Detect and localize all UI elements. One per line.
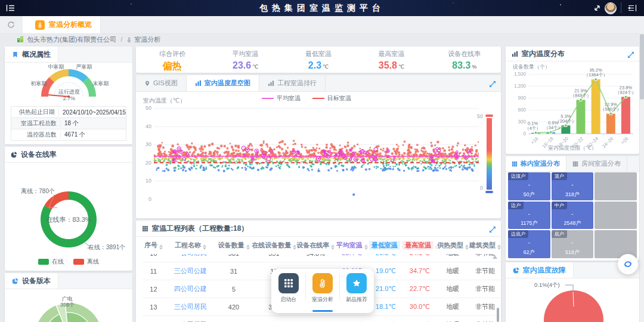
- y-tick: 40: [136, 123, 151, 129]
- cell: 22.7℃: [402, 285, 436, 293]
- info-label: 温控器总数: [11, 131, 61, 139]
- legend-swatch: [312, 98, 324, 99]
- gradient-max-label: 50: [467, 113, 483, 119]
- grid-cell-edge-bottom[interactable]: 边底户-62户: [508, 230, 550, 258]
- scroll-up-arrow[interactable]: [493, 255, 497, 259]
- cell: 420: [216, 304, 252, 311]
- y-tick: 30: [136, 141, 151, 147]
- table-column-header[interactable]: 建筑类型: [469, 241, 501, 250]
- project-link[interactable]: 三公司公建: [165, 267, 216, 275]
- temp-fault-title: 室内温度故障: [523, 265, 566, 275]
- table-column-header[interactable]: 设备在线率: [296, 241, 336, 250]
- table-column-header[interactable]: 平均室温: [335, 241, 369, 250]
- legend-item[interactable]: 目标室温: [312, 94, 351, 103]
- gradient-handle-top[interactable]: [485, 114, 493, 117]
- table-column-header[interactable]: 最低室温: [369, 241, 403, 250]
- avatar[interactable]: [605, 2, 617, 14]
- breadcrumb-company[interactable]: 包头市热力(集团)有限责任公司: [27, 35, 116, 44]
- project-link[interactable]: 三公司居民: [165, 302, 216, 311]
- stat-min-temp: 最低室温 2.3℃: [282, 47, 355, 73]
- info-label: 供热起止日期: [11, 108, 59, 116]
- table-column-header[interactable]: 最高室温: [402, 241, 436, 250]
- stat-overall-rating: 综合评价 偏热: [136, 47, 209, 73]
- grid-cell-edge-top[interactable]: 边顶户-50户: [508, 172, 550, 200]
- tab-gis-view[interactable]: GIS视图: [136, 75, 187, 91]
- legend-swatch: [38, 259, 49, 265]
- distribution-bar-canvas: [508, 68, 637, 151]
- sort-icon: [465, 244, 469, 250]
- table-column-header[interactable]: 工程名称: [165, 241, 216, 250]
- tab-project-ranking[interactable]: 工程室温排行: [259, 75, 326, 91]
- tab-star-map[interactable]: 室内温度星空图: [187, 75, 259, 91]
- heating-period-gauge: 初寒期 中寒期 严寒期 末寒期 运行进度 2.7%: [5, 62, 132, 105]
- table-scrollbar-thumb[interactable]: [497, 308, 499, 322]
- table-icon: [142, 225, 148, 232]
- temperature-gradient-bar[interactable]: [487, 118, 492, 190]
- table-column-header[interactable]: 设备数量: [216, 241, 252, 250]
- tab-room-temp-overview[interactable]: 室温分析概览: [23, 16, 101, 33]
- grid-cell-empty[interactable]: [595, 202, 637, 230]
- grid-cell-middle[interactable]: 中户-2548户: [552, 202, 594, 230]
- online-rate-title: 设备在线率: [21, 150, 57, 160]
- breadcrumb-separator: /: [120, 36, 122, 43]
- table-column-header[interactable]: 供热类型: [436, 241, 469, 250]
- header-divider: [621, 2, 621, 13]
- legend-label: 离线: [87, 258, 99, 266]
- cell: 18.1℃: [369, 303, 403, 311]
- stat-avg-temp: 平均室温 23.6℃: [209, 47, 281, 73]
- table-column-header[interactable]: 在线设备数量: [252, 241, 296, 250]
- panel-toggle-icon[interactable]: [628, 4, 637, 12]
- grid-cell-top[interactable]: 顶户-318户: [552, 172, 594, 200]
- temp-distribution-header: 室内温度分布: [506, 47, 639, 61]
- building-icon: [17, 36, 24, 43]
- y-tick: 0: [136, 196, 151, 202]
- info-row: 室温工程总数18 个: [11, 118, 126, 129]
- online-legend: 在线 离线: [5, 258, 132, 266]
- gradient-handle-bottom[interactable]: [485, 191, 493, 193]
- pin-icon: [144, 80, 150, 87]
- dock-launcher-button[interactable]: 启动台: [273, 273, 304, 313]
- sort-icon: [246, 244, 250, 250]
- dock-divider: [305, 274, 306, 300]
- legend-swatch: [262, 98, 274, 99]
- expand-icon[interactable]: [489, 79, 496, 86]
- star-icon: [352, 278, 361, 288]
- cell: 地暖: [436, 267, 469, 275]
- page-scrollbar[interactable]: [640, 16, 644, 322]
- refresh-icon[interactable]: [7, 21, 15, 29]
- legend-item[interactable]: 在线: [38, 258, 64, 266]
- legend-item[interactable]: 平均室温: [262, 94, 301, 103]
- bookmark-icon: [12, 51, 18, 58]
- tab-bar: 室温分析概览: [0, 16, 644, 34]
- tab-building-distribution[interactable]: 栋内室温分布: [506, 156, 566, 171]
- grid-cell-empty[interactable]: [595, 172, 637, 200]
- dock-temp-analysis-button[interactable]: 室温分析: [307, 273, 338, 313]
- sort-icon: [331, 244, 335, 250]
- dock-divider: [339, 274, 340, 300]
- legend-label: 平均室温: [277, 94, 301, 103]
- sort-icon: [364, 244, 368, 250]
- bar-chart-icon: [512, 51, 518, 57]
- cell: 30.0℃: [402, 303, 436, 311]
- table-row[interactable]: 14四公司居民62455288.5%24.5℃17.9℃35.8℃地暖非节能: [142, 316, 501, 322]
- fault-callout: 0.1%(4个): [534, 281, 560, 289]
- grid-cell-edge[interactable]: 边户-1175户: [508, 202, 550, 230]
- grid-icon: [512, 161, 518, 167]
- service-fab[interactable]: [618, 254, 638, 274]
- star-chart-card: GIS视图 室内温度星空图 工程室温排行 平均室温 目标室温 室内温度（℃） 5…: [136, 75, 501, 218]
- x-axis-title: 室内温度范围（℃）: [506, 144, 639, 152]
- legend-item[interactable]: 离线: [73, 258, 99, 266]
- y-tick: 20: [136, 160, 151, 166]
- project-link[interactable]: 四公司公建: [165, 284, 216, 293]
- table-column-header[interactable]: 序号: [142, 241, 165, 250]
- pie-icon: [11, 151, 17, 158]
- fullscreen-icon[interactable]: [593, 4, 601, 12]
- expand-icon[interactable]: [627, 50, 634, 57]
- dock-new-recommend-button[interactable]: 新品推荐: [341, 273, 372, 313]
- tab-room-distribution[interactable]: 房间室温分布: [566, 156, 627, 171]
- page-scrollbar-thumb[interactable]: [640, 34, 644, 100]
- cell: 非节能: [469, 267, 501, 275]
- expand-icon[interactable]: [489, 225, 496, 232]
- thermometer-icon: [318, 278, 327, 288]
- grid-cell-bottom[interactable]: 底户-518户: [552, 230, 594, 258]
